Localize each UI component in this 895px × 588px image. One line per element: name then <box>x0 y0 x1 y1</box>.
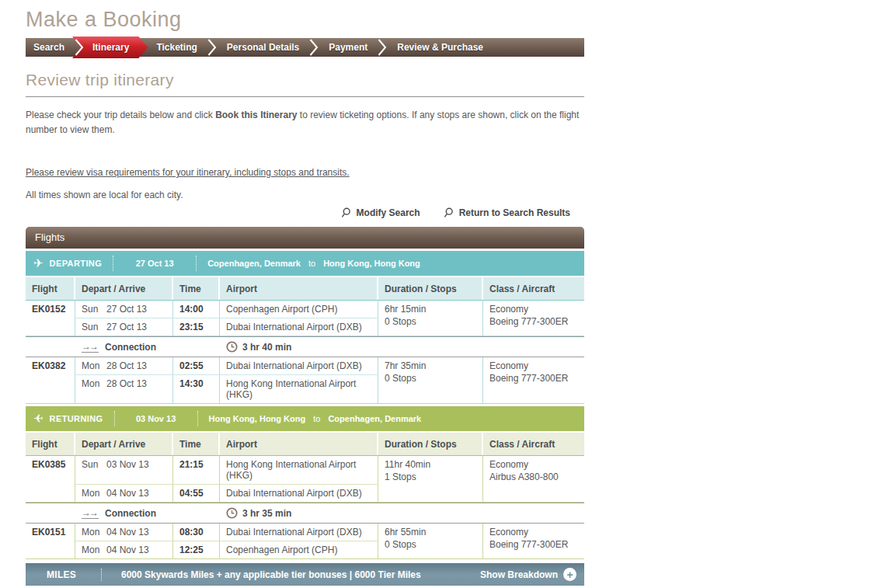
airport-name: Dubai International Airport (DXB) <box>220 318 378 336</box>
step-review-purchase[interactable]: Review & Purchase <box>387 38 493 57</box>
miles-summary-bar: MILES 6000 Skywards Miles + any applicab… <box>26 563 584 586</box>
step-payment[interactable]: Payment <box>319 38 378 57</box>
connection-row: →→ Connection 3 hr 35 min <box>26 503 584 524</box>
miles-label: MILES <box>47 569 101 580</box>
return-to-search-results-link[interactable]: Return to Search Results <box>444 207 570 218</box>
search-icon <box>341 207 352 218</box>
dotted-divider <box>197 411 198 426</box>
miles-show-breakdown-button[interactable]: Show Breakdown + <box>480 568 576 581</box>
chevron-right-icon <box>207 38 217 57</box>
modify-search-link[interactable]: Modify Search <box>341 207 420 218</box>
plane-returning-icon: ✈ <box>33 412 44 426</box>
step-search[interactable]: Search <box>26 38 75 57</box>
flight-number[interactable]: EK0382 <box>26 357 75 403</box>
table-header-row: Flight Depart / Arrive Time Airport Dura… <box>26 277 584 301</box>
departing-date: 27 Oct 13 <box>124 259 185 268</box>
duration-stops: 6hr 55min 0 Stops <box>378 524 483 558</box>
flight-leg: Sun27 Oct 13 23:15 Dubai International A… <box>75 318 378 336</box>
airport-name: Hong Kong International Airport (HKG) <box>220 456 378 484</box>
flight-leg: Mon04 Nov 13 08:30 Dubai International A… <box>75 524 378 541</box>
duration-stops: 11hr 40min 1 Stops <box>378 456 483 502</box>
airport-name: Copenhagen Airport (CPH) <box>220 541 378 558</box>
returning-route: Hong Kong, Hong Kong to Copenhagen, Denm… <box>209 414 422 423</box>
flight-segment-row: EK0152 Sun27 Oct 13 14:00 Copenhagen Air… <box>26 301 584 336</box>
dotted-divider <box>113 256 113 271</box>
flight-leg: Mon04 Nov 13 12:25 Copenhagen Airport (C… <box>75 541 378 558</box>
search-icon <box>444 207 454 218</box>
plus-icon: + <box>563 568 576 581</box>
clock-icon <box>226 507 238 519</box>
class-aircraft: Economy Boeing 777-300ER <box>483 301 584 336</box>
dotted-divider <box>101 569 102 581</box>
connection-arrows-icon: →→ <box>82 508 99 519</box>
intro-text: Please check your trip details below and… <box>26 108 584 137</box>
flight-segment-row: EK0382 Mon28 Oct 13 02:55 Dubai Internat… <box>26 357 584 404</box>
chevron-right-icon <box>309 38 319 57</box>
airport-name: Dubai International Airport (DXB) <box>220 357 378 374</box>
departing-flights-table: Flight Depart / Arrive Time Airport Dura… <box>26 277 584 404</box>
table-header-row: Flight Depart / Arrive Time Airport Dura… <box>26 433 584 456</box>
returning-header-bar: ✈ RETURNING 03 Nov 13 Hong Kong, Hong Ko… <box>26 406 584 431</box>
chevron-right-icon <box>75 38 84 57</box>
duration-stops: 6hr 15min 0 Stops <box>378 301 483 336</box>
returning-date: 03 Nov 13 <box>126 414 186 423</box>
page-title: Make a Booking <box>26 8 610 32</box>
connection-arrows-icon: →→ <box>82 342 99 353</box>
airport-name: Copenhagen Airport (CPH) <box>220 301 378 318</box>
flight-number[interactable]: EK0385 <box>26 456 75 502</box>
departing-route: Copenhagen, Denmark to Hong Kong, Hong K… <box>207 259 420 268</box>
book-itinerary-keyword: Book this Itinerary <box>215 110 297 120</box>
dotted-divider <box>114 411 115 426</box>
connection-row: →→ Connection 3 hr 40 min <box>26 336 584 357</box>
returning-flights-table: Flight Depart / Arrive Time Airport Dura… <box>26 433 584 559</box>
flight-segment-row: EK0151 Mon04 Nov 13 08:30 Dubai Internat… <box>26 524 584 559</box>
flight-number[interactable]: EK0151 <box>26 524 75 558</box>
flight-leg: Mon04 Nov 13 04:55 Dubai International A… <box>75 484 378 502</box>
booking-progress-bar: Search Itinerary Ticketing Personal Deta… <box>26 38 584 57</box>
flight-leg: Mon28 Oct 13 14:30 Hong Kong Internation… <box>75 374 378 403</box>
duration-stops: 7hr 35min 0 Stops <box>378 357 483 403</box>
class-aircraft: Economy Airbus A380-800 <box>483 456 584 502</box>
airport-name: Dubai International Airport (DXB) <box>220 485 378 502</box>
section-title: Review trip itinerary <box>26 71 584 97</box>
clock-icon <box>226 341 238 353</box>
dotted-divider <box>196 256 197 271</box>
airport-name: Hong Kong International Airport (HKG) <box>220 375 378 403</box>
step-ticketing[interactable]: Ticketing <box>146 38 207 57</box>
step-personal-details[interactable]: Personal Details <box>217 38 309 57</box>
flight-number[interactable]: EK0152 <box>26 301 75 336</box>
class-aircraft: Economy Boeing 777-300ER <box>483 524 584 558</box>
local-times-note: All times shown are local for each city. <box>26 190 584 200</box>
flight-segment-row: EK0385 Sun03 Nov 13 21:15 Hong Kong Inte… <box>26 456 584 503</box>
airport-name: Dubai International Airport (DXB) <box>220 524 378 541</box>
departing-header-bar: ✈ DEPARTING 27 Oct 13 Copenhagen, Denmar… <box>26 251 584 276</box>
flights-panel-header: Flights <box>26 227 584 249</box>
connection-duration: 3 hr 40 min <box>242 342 291 353</box>
class-aircraft: Economy Boeing 777-300ER <box>483 357 584 403</box>
flight-leg: Sun03 Nov 13 21:15 Hong Kong Internation… <box>75 456 378 484</box>
miles-summary-text: 6000 Skywards Miles + any applicable tie… <box>121 569 421 580</box>
flight-leg: Sun27 Oct 13 14:00 Copenhagen Airport (C… <box>75 301 378 318</box>
plane-departing-icon: ✈ <box>33 256 44 270</box>
connection-duration: 3 hr 35 min <box>242 508 291 519</box>
flights-panel: Flights ✈ DEPARTING 27 Oct 13 Copenhagen… <box>26 227 584 588</box>
chevron-right-icon <box>378 38 387 57</box>
visa-requirements-link[interactable]: Please review visa requirements for your… <box>26 167 350 178</box>
flight-leg: Mon28 Oct 13 02:55 Dubai International A… <box>75 357 378 374</box>
